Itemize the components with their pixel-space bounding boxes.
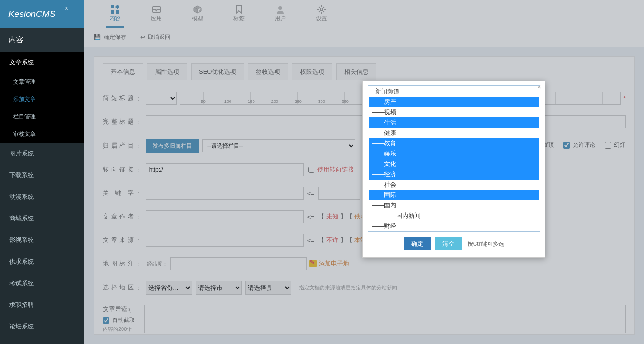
sidebar: 内容 文章系统 文章管理 添加文章 栏目管理 审核文章 图片系统 下载系统 动漫… xyxy=(0,28,84,344)
sidebar-sub-review[interactable]: 审核文章 xyxy=(0,125,84,143)
sidebar-exam[interactable]: 考试系统 xyxy=(0,273,84,294)
column-select-modal: × 新闻频道——房产——视频——生活——健康——教育——娱乐——文化——经济——… xyxy=(362,81,545,258)
column-option[interactable]: ——文化 xyxy=(369,159,539,169)
sidebar-anime[interactable]: 动漫系统 xyxy=(0,186,84,208)
column-option[interactable]: ————国内新闻 xyxy=(369,211,539,221)
column-option[interactable]: ——健康 xyxy=(369,128,539,138)
column-option[interactable]: ——国内 xyxy=(369,200,539,211)
sidebar-job[interactable]: 求职招聘 xyxy=(0,294,84,316)
column-option[interactable]: ——生活 xyxy=(369,117,539,128)
sidebar-supply[interactable]: 供求系统 xyxy=(0,251,84,273)
sidebar-mall[interactable]: 商城系统 xyxy=(0,208,84,229)
brand-logo: KesionCMS ® xyxy=(0,0,84,28)
column-option[interactable]: ——房产 xyxy=(369,97,539,107)
column-option[interactable]: ——娱乐 xyxy=(369,149,539,159)
column-option[interactable]: ——国际 xyxy=(369,190,539,200)
column-option[interactable]: ——财经 xyxy=(369,221,539,230)
column-listbox[interactable]: 新闻频道——房产——视频——生活——健康——教育——娱乐——文化——经济——社会… xyxy=(369,86,539,230)
sidebar-video[interactable]: 影视系统 xyxy=(0,229,84,251)
column-option[interactable]: ——视频 xyxy=(369,107,539,117)
sidebar-sub-add[interactable]: 添加文章 xyxy=(0,91,84,108)
sidebar-sub-manage[interactable]: 文章管理 xyxy=(0,73,84,91)
sidebar-forum[interactable]: 论坛系统 xyxy=(0,316,84,337)
sidebar-article-system[interactable]: 文章系统 xyxy=(0,52,84,73)
brand-text: KesionCMS xyxy=(8,9,55,19)
sidebar-title: 内容 xyxy=(0,28,84,52)
sidebar-qa[interactable]: 问答系统 xyxy=(0,337,84,344)
close-icon[interactable]: × xyxy=(537,83,541,91)
sidebar-sub-column[interactable]: 栏目管理 xyxy=(0,108,84,125)
column-option[interactable]: ——经济 xyxy=(369,169,539,180)
column-option[interactable]: ——社会 xyxy=(369,180,539,190)
modal-tip: 按Ctrl键可多选 xyxy=(468,240,505,248)
sidebar-download[interactable]: 下载系统 xyxy=(0,164,84,186)
sidebar-image[interactable]: 图片系统 xyxy=(0,143,84,164)
column-option[interactable]: 新闻频道 xyxy=(369,86,539,97)
modal-ok-button[interactable]: 确定 xyxy=(404,237,431,250)
modal-clear-button[interactable]: 清空 xyxy=(435,237,462,250)
brand-reg: ® xyxy=(65,7,68,11)
column-option[interactable]: ——教育 xyxy=(369,138,539,149)
